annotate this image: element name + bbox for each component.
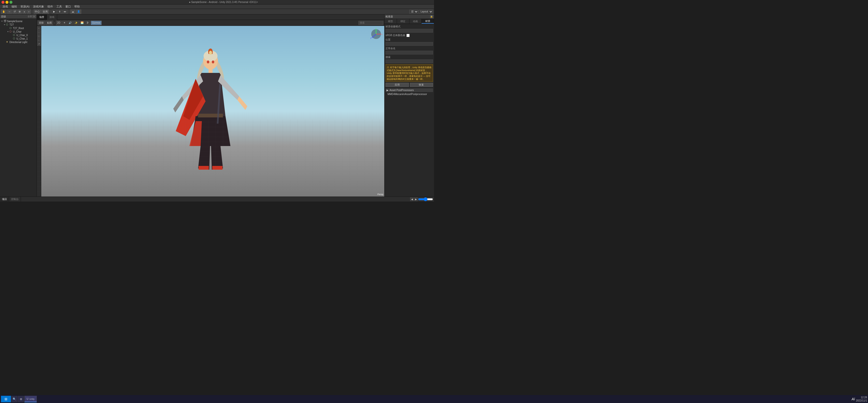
- srgb-checkbox[interactable]: [406, 34, 410, 37]
- insp-srgb-row: sRGB 总体颜色修: [385, 34, 433, 37]
- fx-toggle[interactable]: ✨: [73, 21, 79, 25]
- scene-fit[interactable]: □: [37, 34, 41, 38]
- maximize-button[interactable]: [9, 1, 12, 4]
- bottom-prev-btn[interactable]: ◀: [410, 198, 414, 201]
- play-button[interactable]: ▶: [52, 10, 57, 14]
- menu-component[interactable]: 组件: [46, 4, 55, 9]
- light-toggle[interactable]: ☀: [62, 21, 67, 25]
- hier-uchar0[interactable]: ⬡ U_Char_0: [0, 33, 36, 37]
- svg-point-4: [207, 60, 209, 63]
- main-layout: 层级 全部 + ▼ 🎬 SampleScene ▼ ⬡ T27 ⬡ T27_Ro…: [0, 15, 434, 197]
- menu-window[interactable]: 窗口: [64, 4, 72, 9]
- mmd4mecanim-processor: MMD4MecanimAssetPostprocessor: [385, 93, 433, 95]
- rect-tool[interactable]: ⬧: [22, 9, 26, 14]
- texture-mode-btn[interactable]: 贴图: [46, 21, 53, 25]
- menu-edit[interactable]: 编辑: [10, 4, 19, 9]
- skybox-toggle[interactable]: 🌅: [79, 21, 85, 25]
- bottom-next-btn[interactable]: ▶: [414, 198, 417, 201]
- inspector-content: 材质创建模式 Standard (legacy) sRGB 总体颜色修 位置 通…: [384, 24, 434, 197]
- scene-move[interactable]: ↔: [37, 38, 41, 42]
- shading-mode-btn[interactable]: 阴影: [38, 21, 45, 25]
- hand-tool[interactable]: ✋: [1, 9, 6, 14]
- pause-button[interactable]: ⏸: [57, 10, 62, 14]
- menu-tools[interactable]: 工具: [55, 4, 63, 9]
- title-bar: ● SampleScene - Android - Unity 2021.3.4…: [0, 0, 434, 4]
- scene-zoom-out[interactable]: +: [37, 26, 41, 30]
- gizmos-btn[interactable]: Gizmos: [91, 21, 102, 25]
- inspector-actions: 应用 恢复: [385, 83, 433, 87]
- hierarchy-header: 层级 全部 +: [0, 15, 36, 19]
- menu-bar: 游戏 编辑 资源(A) 游戏对象 组件 工具 窗口 帮助: [0, 4, 434, 9]
- asset-zoom-slider[interactable]: [418, 198, 433, 201]
- fog-toggle[interactable]: 🌫: [85, 21, 90, 25]
- rotate-tool[interactable]: ↺: [12, 9, 17, 14]
- pivot-center-btn[interactable]: 中心: [34, 9, 41, 14]
- hierarchy-title: 层级: [1, 15, 6, 19]
- play-controls: ▶ ⏸ ⏭: [52, 10, 68, 14]
- global-local-btn[interactable]: 全局: [41, 9, 49, 14]
- insp-srgb-section: sRGB 总体颜色修: [385, 34, 433, 37]
- viewport-gizmo[interactable]: X Y Z: [370, 28, 382, 40]
- apply-btn[interactable]: 应用: [385, 83, 409, 87]
- location-input[interactable]: 通过复制收到善善善: [385, 42, 433, 46]
- character-model: [171, 47, 250, 176]
- layers-dropdown[interactable]: 层: [409, 10, 418, 14]
- step-button[interactable]: ⏭: [63, 10, 68, 14]
- svg-text:X: X: [381, 34, 382, 35]
- hier-samplescene[interactable]: ▼ 🎬 SampleScene: [0, 20, 36, 23]
- inspector-title: 检查器: [385, 15, 393, 19]
- shader-mode-input[interactable]: Standard (legacy): [385, 29, 433, 33]
- hierarchy-filter: 全部: [28, 15, 32, 18]
- tab-project[interactable]: 项目: [0, 197, 9, 202]
- hier-directional-light[interactable]: ☀ Directional Light: [0, 40, 36, 44]
- revert-btn[interactable]: 恢复: [410, 83, 433, 87]
- toolbar-separator-1: [32, 10, 32, 13]
- inspector-lock-btn[interactable]: 🔒: [430, 15, 433, 18]
- scene-tabs: 场景 游戏: [37, 15, 384, 20]
- audio-toggle[interactable]: 🔊: [67, 21, 73, 25]
- menu-help[interactable]: 帮助: [73, 4, 81, 9]
- viewport-area: 场景 游戏 阴影 贴图 | 2D ☀ 🔊 ✨ 🌅 🌫 Gizmos + − □ …: [37, 15, 384, 197]
- insp-naming-row: 正常命名: [385, 47, 433, 50]
- scene-zoom-in[interactable]: −: [37, 30, 41, 34]
- scene-rotate[interactable]: ↺: [37, 42, 41, 46]
- tab-materials[interactable]: 材质: [422, 19, 434, 24]
- layout-dropdown[interactable]: Layout: [419, 10, 433, 14]
- tab-game[interactable]: 游戏: [47, 15, 57, 20]
- hier-uchar1[interactable]: ⬡ U_Char_1: [0, 37, 36, 40]
- tab-scene[interactable]: 场景: [37, 15, 47, 20]
- tab-rig[interactable]: 绑定: [397, 19, 409, 24]
- scene-search-input[interactable]: [359, 21, 383, 25]
- naming-input[interactable]: 通过复制收到善善善: [385, 51, 433, 55]
- cloud-button[interactable]: ☁: [70, 9, 75, 14]
- scene-toolbar: 阴影 贴图 | 2D ☀ 🔊 ✨ 🌅 🌫 Gizmos: [37, 20, 384, 26]
- minimize-button[interactable]: [5, 1, 8, 4]
- close-button[interactable]: [1, 1, 4, 4]
- 2d-toggle[interactable]: 2D: [56, 21, 62, 25]
- move-tool[interactable]: ↔: [7, 9, 12, 14]
- transform-tool[interactable]: ⟐: [27, 9, 31, 14]
- account-button[interactable]: 👤: [76, 9, 81, 14]
- viewport-3d[interactable]: + − □ ↔ ↺: [37, 26, 384, 197]
- svg-rect-2: [209, 68, 213, 73]
- insp-shader-section: 材质创建模式 Standard (legacy): [385, 25, 433, 33]
- hierarchy-add-btn[interactable]: +: [33, 15, 35, 18]
- hier-uchar[interactable]: ▼ ⬡ U_Char: [0, 30, 36, 33]
- hier-t27root[interactable]: ⬡ T27_Root: [0, 26, 36, 30]
- hier-t27[interactable]: ▼ ⬡ T27: [0, 23, 36, 26]
- menu-game[interactable]: 游戏: [1, 4, 9, 9]
- insp-location-value-row: 通过复制收到善善善: [385, 42, 433, 46]
- search-input[interactable]: 来源控制修正结果: [385, 59, 433, 63]
- insp-naming-value-row: 通过复制收到善善善: [385, 51, 433, 55]
- inspector-panel: 检查器 🔒 模型 绑定 动画 材质 材质创建模式 Standard (legac…: [384, 15, 434, 197]
- asset-postprocessors-header[interactable]: ▶ Asset PostProcessors: [385, 88, 433, 92]
- tab-console[interactable]: 控制台: [9, 197, 21, 202]
- menu-gameobject[interactable]: 游戏对象: [32, 4, 45, 9]
- scale-tool[interactable]: ⊕: [18, 9, 22, 14]
- svg-rect-3: [198, 114, 223, 117]
- tab-model[interactable]: 模型: [384, 19, 397, 24]
- hierarchy-content: ▼ 🎬 SampleScene ▼ ⬡ T27 ⬡ T27_Root ▼ ⬡ U…: [0, 19, 36, 197]
- tab-animation[interactable]: 动画: [409, 19, 422, 24]
- insp-location-section: 位置 通过复制收到善善善: [385, 38, 433, 46]
- menu-assets[interactable]: 资源(A): [19, 4, 31, 9]
